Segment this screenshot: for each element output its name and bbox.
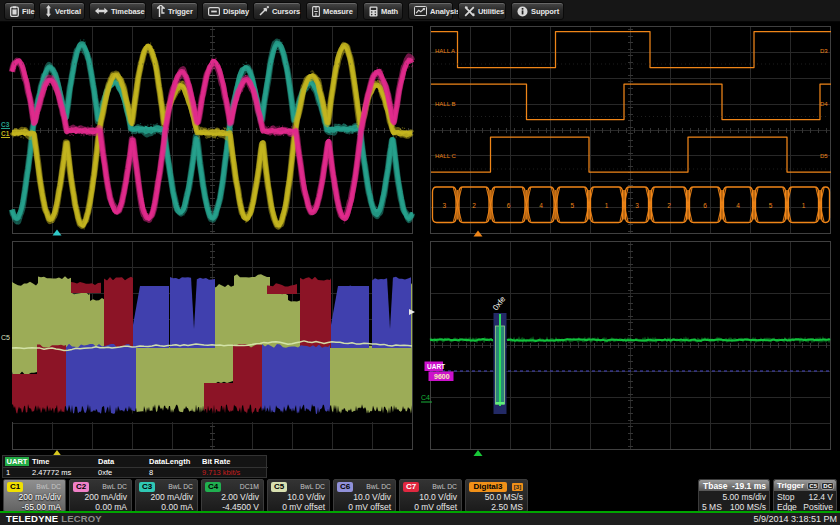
- svg-text:3: 3: [635, 202, 639, 209]
- svg-text:5: 5: [570, 202, 574, 209]
- svg-text:UART: UART: [427, 363, 445, 370]
- svg-text:C1: C1: [1, 130, 10, 137]
- svg-text:C3: C3: [1, 121, 10, 128]
- svg-text:D4: D4: [820, 101, 828, 107]
- svg-text:4: 4: [539, 202, 543, 209]
- svg-text:D5: D5: [820, 153, 828, 159]
- svg-text:0xfe: 0xfe: [491, 294, 508, 312]
- svg-text:HALL A: HALL A: [435, 48, 455, 54]
- svg-text:3: 3: [442, 202, 446, 209]
- svg-text:C4: C4: [421, 394, 430, 401]
- svg-text:HALL C: HALL C: [435, 153, 456, 159]
- svg-text:2: 2: [667, 202, 671, 209]
- svg-text:1: 1: [802, 202, 806, 209]
- svg-text:C5: C5: [1, 334, 10, 341]
- svg-text:5: 5: [769, 202, 773, 209]
- svg-text:6: 6: [703, 202, 707, 209]
- svg-text:HALL B: HALL B: [435, 101, 455, 107]
- svg-text:9600: 9600: [434, 373, 450, 380]
- svg-text:1: 1: [605, 202, 609, 209]
- svg-text:D3: D3: [820, 48, 828, 54]
- svg-text:2: 2: [472, 202, 476, 209]
- svg-text:4: 4: [736, 202, 740, 209]
- svg-text:6: 6: [507, 202, 511, 209]
